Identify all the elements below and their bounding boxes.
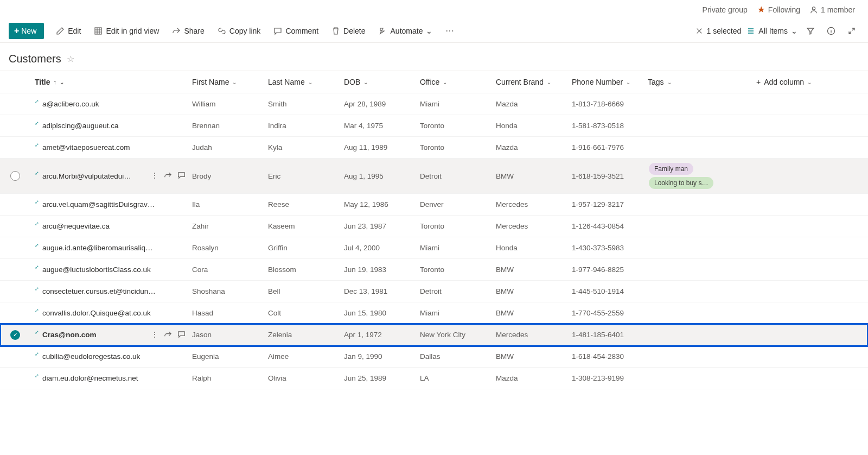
table-row[interactable]: ⤢cubilia@eudoloregestas.co.ukEugeniaAime… <box>0 346 868 368</box>
title-cell[interactable]: ⤢augue@luctuslobortisClass.co.uk <box>30 262 188 277</box>
last-name-cell: Blossom <box>264 262 340 277</box>
add-column-button[interactable]: + Add column ⌄ <box>752 74 868 90</box>
office-cell: Miami <box>416 306 492 320</box>
filter-button[interactable] <box>803 23 818 39</box>
comment-icon[interactable] <box>177 330 186 340</box>
chevron-down-icon: ⌄ <box>807 79 812 85</box>
row-selector[interactable] <box>0 144 30 151</box>
col-brand[interactable]: Current Brand ⌄ <box>492 74 567 90</box>
table-row[interactable]: ⤢adipiscing@augueut.caBrennanIndiraMar 4… <box>0 115 868 137</box>
edit-button[interactable]: Edit <box>50 23 86 39</box>
row-selector[interactable] <box>0 288 30 295</box>
edit-grid-button[interactable]: Edit in grid view <box>88 23 164 39</box>
expand-icon <box>847 27 856 35</box>
row-selector[interactable] <box>0 101 30 108</box>
col-title[interactable]: Title ↑ ⌄ <box>30 74 188 90</box>
table-row[interactable]: ⤢diam.eu.dolor@necmetus.netRalphOliviaJu… <box>0 368 868 389</box>
title-cell[interactable]: ⤢diam.eu.dolor@necmetus.net <box>30 371 188 386</box>
more-icon[interactable]: ⋮ <box>151 330 158 340</box>
table-row[interactable]: ⤢a@aclibero.co.ukWilliamSmithApr 28, 198… <box>0 93 868 115</box>
tag-pill[interactable]: Looking to buy s… <box>649 177 713 189</box>
row-selector[interactable] <box>0 245 30 251</box>
copy-link-button[interactable]: Copy link <box>212 23 266 39</box>
phone-cell: 1-430-373-5983 <box>567 241 643 255</box>
table-row[interactable]: ⤢amet@vitaeposuereat.comJudahKylaAug 11,… <box>0 137 868 159</box>
new-button[interactable]: + New <box>9 23 44 39</box>
brand-cell: Honda <box>492 241 567 255</box>
phone-cell: 1-445-510-1914 <box>567 284 643 299</box>
row-selector[interactable] <box>0 168 30 184</box>
title-cell[interactable]: ⤢arcu.vel.quam@sagittisDuisgravida.com <box>30 197 188 212</box>
brand-cell: BMW <box>492 306 567 320</box>
tag-pill[interactable]: Family man <box>649 163 693 175</box>
title-cell[interactable]: ⤢a@aclibero.co.uk <box>30 97 188 111</box>
expand-button[interactable] <box>844 23 859 39</box>
col-first-name[interactable]: First Name ⌄ <box>188 74 264 90</box>
person-icon <box>810 6 818 14</box>
col-last-name[interactable]: Last Name ⌄ <box>264 74 340 90</box>
chevron-down-icon: ⌄ <box>60 79 64 85</box>
share-icon[interactable] <box>164 330 172 340</box>
automate-button[interactable]: Automate ⌄ <box>373 23 438 39</box>
title-cell[interactable]: ⤢augue.id.ante@liberomaurisaliquam.co.uk <box>30 241 188 255</box>
row-selector[interactable] <box>0 310 30 317</box>
table-row[interactable]: ✓⤢Cras@non.com⋮JasonZeleniaApr 1, 1972Ne… <box>0 324 868 346</box>
row-selector[interactable] <box>0 123 30 129</box>
col-tags[interactable]: Tags ⌄ <box>643 74 752 90</box>
row-selector[interactable] <box>0 201 30 208</box>
empty-cell <box>752 332 868 338</box>
group-header: Private group ★ Following 1 member <box>0 0 868 19</box>
col-dob[interactable]: DOB ⌄ <box>340 74 416 90</box>
first-name-cell: Brennan <box>188 118 264 133</box>
comment-button[interactable]: Comment <box>268 23 324 39</box>
share-button[interactable]: Share <box>167 23 209 39</box>
col-office[interactable]: Office ⌄ <box>416 74 492 90</box>
title-cell[interactable]: ⤢consectetuer.cursus.et@tinciduntDonec.c… <box>30 284 188 299</box>
title-cell[interactable]: ⤢Cras@non.com⋮ <box>30 327 188 342</box>
title-cell[interactable]: ⤢cubilia@eudoloregestas.co.uk <box>30 349 188 364</box>
clear-selection[interactable]: 1 selected <box>695 27 741 35</box>
col-phone[interactable]: Phone Number ⌄ <box>567 74 643 90</box>
tags-cell <box>643 201 752 208</box>
title-cell[interactable]: ⤢convallis.dolor.Quisque@at.co.uk <box>30 306 188 320</box>
table-row[interactable]: ⤢arcu.vel.quam@sagittisDuisgravida.comIl… <box>0 194 868 216</box>
last-name-cell: Griffin <box>264 241 340 255</box>
empty-cell <box>752 144 868 151</box>
share-icon[interactable] <box>164 171 172 181</box>
title-cell[interactable]: ⤢amet@vitaeposuereat.com <box>30 140 188 155</box>
comment-icon[interactable] <box>177 171 186 181</box>
overflow-button[interactable]: ⋯ <box>440 22 460 39</box>
favorite-icon[interactable]: ☆ <box>67 54 74 64</box>
title-cell[interactable]: ⤢adipiscing@augueut.ca <box>30 118 188 133</box>
edit-label: Edit <box>68 27 81 35</box>
table-row[interactable]: ⤢arcu@nequevitae.caZahirKaseemJun 23, 19… <box>0 216 868 237</box>
table-row[interactable]: ⤢consectetuer.cursus.et@tinciduntDonec.c… <box>0 281 868 302</box>
view-selector[interactable]: All Items ⌄ <box>746 27 797 35</box>
last-name-cell: Bell <box>264 284 340 299</box>
last-name-cell: Smith <box>264 97 340 111</box>
table-row[interactable]: ⤢arcu.Morbi@vulputatedui…⋮BrodyEricAug 1… <box>0 159 868 194</box>
empty-cell <box>752 101 868 108</box>
table-row[interactable]: ⤢augue@luctuslobortisClass.co.ukCoraBlos… <box>0 259 868 281</box>
comment-label: Comment <box>285 27 318 35</box>
item-type-icon: ⤢ <box>35 308 39 313</box>
table-row[interactable]: ⤢augue.id.ante@liberomaurisaliquam.co.uk… <box>0 237 868 259</box>
dob-cell: Jun 19, 1983 <box>340 262 416 277</box>
more-icon[interactable]: ⋮ <box>151 171 158 181</box>
follow-button[interactable]: ★ Following <box>757 4 800 15</box>
select-all[interactable] <box>0 79 30 85</box>
info-button[interactable] <box>824 23 839 39</box>
row-selector[interactable] <box>0 375 30 382</box>
item-type-icon: ⤢ <box>35 121 39 126</box>
last-name-cell: Kyla <box>264 140 340 155</box>
delete-button[interactable]: Delete <box>326 23 371 39</box>
title-cell[interactable]: ⤢arcu.Morbi@vulputatedui…⋮ <box>30 169 188 184</box>
item-type-icon: ⤢ <box>35 99 39 104</box>
row-selector[interactable] <box>0 223 30 230</box>
row-selector[interactable]: ✓ <box>0 327 30 343</box>
row-selector[interactable] <box>0 353 30 360</box>
title-cell[interactable]: ⤢arcu@nequevitae.ca <box>30 219 188 233</box>
row-selector[interactable] <box>0 267 30 273</box>
members-button[interactable]: 1 member <box>810 5 855 14</box>
table-row[interactable]: ⤢convallis.dolor.Quisque@at.co.ukHasadCo… <box>0 302 868 324</box>
